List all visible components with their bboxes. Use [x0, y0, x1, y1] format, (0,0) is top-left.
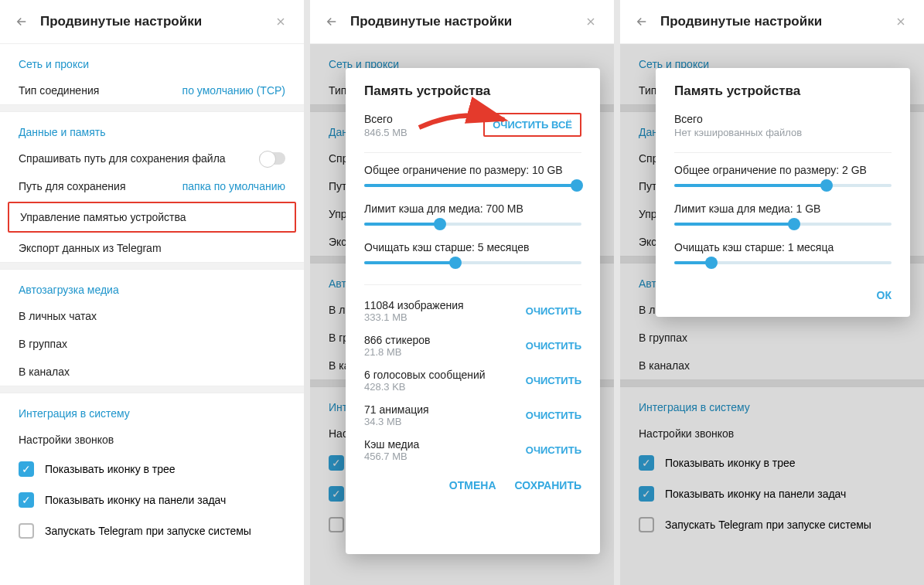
- cache-item-count: 11084 изображения: [364, 299, 464, 311]
- launch-startup-row[interactable]: Запускать Telegram при запуске системы: [0, 515, 304, 546]
- ok-button[interactable]: ОК: [877, 289, 892, 301]
- taskbar-icon-row[interactable]: ✓ Показывать иконку на панели задач: [0, 485, 304, 515]
- cache-item-size: 21.8 MB: [364, 346, 431, 358]
- cache-item-size: 34.3 MB: [364, 416, 429, 427]
- total-label: Всего: [674, 113, 892, 125]
- header: Продвинутые настройки: [0, 0, 304, 44]
- settings-panel-1: Продвинутые настройки Сеть и прокси Тип …: [0, 0, 304, 585]
- clear-older-slider[interactable]: [364, 261, 581, 264]
- autoload-groups-row[interactable]: В группах: [0, 330, 304, 358]
- size-limit-slider[interactable]: [674, 184, 892, 187]
- page-title: Продвинутые настройки: [350, 14, 583, 29]
- clear-older-slider[interactable]: [674, 261, 892, 264]
- cache-item-size: 428.3 KB: [364, 381, 486, 393]
- autoload-private-label: В личных чатах: [19, 310, 97, 322]
- section-network: Сеть и прокси: [0, 44, 304, 77]
- cache-item-row: 866 стикеров21.8 MBОЧИСТИТЬ: [364, 331, 581, 366]
- close-icon[interactable]: [273, 14, 288, 29]
- checkbox-icon[interactable]: ✓: [19, 461, 34, 477]
- call-settings-label: Настройки звонков: [19, 434, 114, 446]
- checkbox-icon[interactable]: ✓: [19, 492, 34, 508]
- cache-item-row: 11084 изображения333.1 MBОЧИСТИТЬ: [364, 296, 581, 331]
- size-limit-label: Общее ограничение по размеру: 10 GB: [364, 164, 581, 176]
- settings-panel-2: Продвинутые настройки Сеть и прокси Тип …: [310, 0, 614, 585]
- modal-title: Память устройства: [364, 83, 581, 99]
- cache-item-row: Кэш медиа456.7 MBОЧИСТИТЬ: [364, 435, 581, 470]
- cache-item-count: Кэш медиа: [364, 438, 419, 451]
- cache-clear-button[interactable]: ОЧИСТИТЬ: [526, 340, 581, 352]
- checkbox-icon[interactable]: [19, 523, 34, 539]
- close-icon[interactable]: [893, 14, 909, 29]
- cache-item-row: 71 анимация34.3 MBОЧИСТИТЬ: [364, 400, 581, 435]
- cancel-button[interactable]: ОТМЕНА: [449, 479, 496, 491]
- section-data: Данные и память: [0, 112, 304, 145]
- download-path-label: Путь для сохранения: [19, 180, 125, 192]
- section-system: Интеграция в систему: [0, 393, 304, 426]
- manage-storage-row[interactable]: Управление памятью устройства: [8, 202, 296, 233]
- media-cache-label: Лимит кэша для медиа: 1 GB: [674, 202, 892, 215]
- total-value: 846.5 MB: [364, 127, 407, 138]
- cache-list: 11084 изображения333.1 MBОЧИСТИТЬ866 сти…: [364, 296, 581, 470]
- export-data-label: Экспорт данных из Telegram: [19, 242, 162, 254]
- autoload-channels-row[interactable]: В каналах: [0, 358, 304, 386]
- cache-clear-button[interactable]: ОЧИСТИТЬ: [526, 375, 581, 386]
- cache-item-row: 6 голосовых сообщений428.3 KBОЧИСТИТЬ: [364, 366, 581, 400]
- clear-older-label: Очищать кэш старше: 5 месяцев: [364, 241, 581, 253]
- size-limit-label: Общее ограничение по размеру: 2 GB: [674, 164, 892, 176]
- cache-item-count: 6 голосовых сообщений: [364, 369, 486, 381]
- divider: [0, 386, 304, 393]
- clear-older-label: Очищать кэш старше: 1 месяца: [674, 241, 892, 253]
- autoload-groups-label: В группах: [19, 338, 67, 350]
- page-title: Продвинутые настройки: [660, 14, 893, 29]
- launch-startup-label: Запускать Telegram при запуске системы: [45, 525, 251, 537]
- modal-title: Память устройства: [674, 83, 892, 99]
- ask-download-path-label: Спрашивать путь для сохранения файла: [19, 152, 226, 165]
- cache-item-count: 866 стикеров: [364, 334, 431, 346]
- call-settings-row[interactable]: Настройки звонков: [0, 426, 304, 454]
- cache-item-count: 71 анимация: [364, 403, 429, 416]
- storage-modal-empty: Память устройства Всего Нет кэшированных…: [656, 68, 910, 317]
- cache-clear-button[interactable]: ОЧИСТИТЬ: [526, 305, 581, 317]
- ask-download-path-toggle[interactable]: [259, 152, 285, 165]
- size-limit-slider[interactable]: [364, 184, 581, 187]
- section-autoload: Автозагрузка медиа: [0, 270, 304, 302]
- connection-type-label: Тип соединения: [19, 84, 99, 97]
- connection-type-row[interactable]: Тип соединения по умолчанию (TCP): [0, 77, 304, 104]
- annotation-arrow: [415, 100, 516, 142]
- manage-storage-label: Управление памятью устройства: [20, 211, 186, 223]
- back-icon[interactable]: [14, 14, 29, 29]
- export-data-row[interactable]: Экспорт данных из Telegram: [0, 234, 304, 262]
- ask-download-path-row[interactable]: Спрашивать путь для сохранения файла: [0, 145, 304, 172]
- back-icon[interactable]: [324, 14, 339, 29]
- divider: [0, 262, 304, 270]
- header: Продвинутые настройки: [310, 0, 614, 44]
- cache-item-size: 333.1 MB: [364, 311, 464, 323]
- media-cache-slider[interactable]: [674, 223, 892, 226]
- close-icon[interactable]: [583, 14, 598, 29]
- total-value: Нет кэшированных файлов: [674, 127, 892, 138]
- autoload-private-row[interactable]: В личных чатах: [0, 302, 304, 330]
- media-cache-label: Лимит кэша для медиа: 700 MB: [364, 202, 581, 215]
- cache-clear-button[interactable]: ОЧИСТИТЬ: [526, 410, 581, 421]
- tray-icon-row[interactable]: ✓ Показывать иконку в трее: [0, 454, 304, 485]
- media-cache-slider[interactable]: [364, 223, 581, 226]
- download-path-value: папка по умолчанию: [182, 180, 285, 192]
- save-button[interactable]: СОХРАНИТЬ: [515, 479, 581, 491]
- cache-item-size: 456.7 MB: [364, 451, 419, 462]
- cache-clear-button[interactable]: ОЧИСТИТЬ: [526, 444, 581, 456]
- divider: [0, 104, 304, 112]
- back-icon[interactable]: [634, 14, 650, 29]
- taskbar-icon-label: Показывать иконку на панели задач: [45, 494, 226, 506]
- header: Продвинутые настройки: [620, 0, 924, 44]
- total-label: Всего: [364, 113, 407, 125]
- connection-type-value: по умолчанию (TCP): [182, 84, 285, 97]
- download-path-row[interactable]: Путь для сохранения папка по умолчанию: [0, 172, 304, 200]
- page-title: Продвинутые настройки: [40, 14, 273, 29]
- settings-panel-3: Продвинутые настройки Сеть и прокси Тип …: [620, 0, 924, 585]
- autoload-channels-label: В каналах: [19, 366, 70, 378]
- tray-icon-label: Показывать иконку в трее: [45, 463, 176, 475]
